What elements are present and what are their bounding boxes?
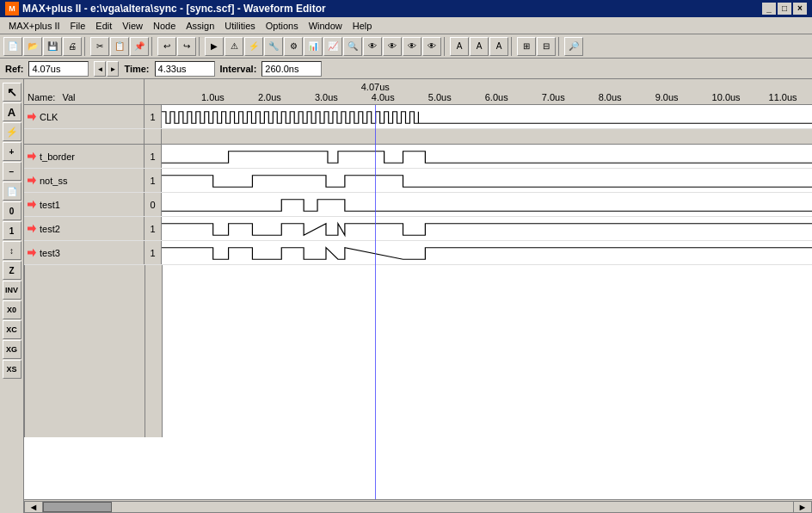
undo-button[interactable]: ↩	[157, 37, 176, 56]
ref-prev[interactable]: ◄	[94, 61, 106, 77]
time-label: Time:	[124, 64, 149, 74]
tb10[interactable]: 🔍	[343, 37, 362, 56]
tick-5.0us: 5.0us	[428, 92, 452, 102]
tb3[interactable]: ▶	[205, 37, 224, 56]
menu-window[interactable]: Window	[304, 19, 348, 33]
node-tool[interactable]: ⚡	[3, 122, 22, 141]
signal-arrow-clk	[28, 113, 36, 121]
z-tool[interactable]: Z	[3, 261, 22, 280]
zero-tool[interactable]: 0	[3, 201, 22, 220]
text-tool[interactable]: A	[3, 102, 22, 121]
signal-label-notss: not_ss	[40, 176, 67, 186]
tb13[interactable]: 👁	[403, 37, 421, 56]
ref-next[interactable]: ►	[107, 61, 119, 77]
menu-options[interactable]: Options	[261, 19, 304, 33]
tb17[interactable]: A	[489, 37, 508, 56]
select-tool[interactable]: ↖	[3, 83, 22, 102]
close-button[interactable]: ×	[793, 3, 807, 15]
cut-button[interactable]: ✂	[90, 37, 109, 56]
doc-tool[interactable]: 📄	[3, 182, 22, 201]
ref-bar: Ref: ◄ ► Time: Interval:	[0, 59, 812, 79]
menu-help[interactable]: Help	[348, 19, 378, 33]
zoom-in-tool[interactable]: +	[3, 142, 22, 161]
signal-value-test3: 1	[145, 241, 162, 264]
menu-view[interactable]: View	[117, 19, 148, 33]
interval-input[interactable]	[261, 61, 322, 77]
signal-row-clk: CLK 1	[24, 105, 812, 129]
scroll-track[interactable]	[43, 501, 793, 513]
ref-input[interactable]	[28, 61, 89, 77]
copy-button[interactable]: 📋	[110, 37, 129, 56]
ruler-ticks[interactable]: 4.07us 1.0us2.0us3.0us4.0us5.0us6.0us7.0…	[145, 79, 812, 104]
menu-bar: MAX+plus II File Edit View Node Assign U…	[0, 17, 812, 34]
scroll-thumb[interactable]	[43, 502, 112, 512]
tb7[interactable]: ⚙	[284, 37, 303, 56]
print-button[interactable]: 🖨	[63, 37, 82, 56]
signal-value-test1: 0	[145, 193, 162, 216]
tb14[interactable]: 👁	[422, 37, 441, 56]
xs-tool[interactable]: XS	[3, 360, 22, 379]
tb19[interactable]: ⊟	[537, 37, 556, 56]
signal-name-notss: not_ss	[24, 169, 145, 192]
tick-7.0us: 7.0us	[542, 92, 565, 102]
zoom-out-tool[interactable]: −	[3, 162, 22, 181]
maximize-button[interactable]: □	[778, 3, 791, 15]
tb9[interactable]: 📈	[323, 37, 342, 56]
tb8[interactable]: 📊	[304, 37, 323, 56]
minimize-button[interactable]: _	[762, 3, 776, 15]
one-tool[interactable]: 1	[3, 221, 22, 240]
open-button[interactable]: 📂	[23, 37, 42, 56]
signal-waveform-tborder[interactable]	[162, 145, 812, 168]
time-input[interactable]	[155, 61, 215, 77]
menu-edit[interactable]: Edit	[90, 19, 117, 33]
signal-waveform-notss[interactable]	[162, 169, 812, 192]
h-scrollbar[interactable]: ◄ ►	[24, 499, 812, 513]
tb5[interactable]: ⚡	[244, 37, 263, 56]
tb18[interactable]: ⊞	[517, 37, 536, 56]
signal-label-test2: test2	[40, 224, 60, 234]
menu-node[interactable]: Node	[148, 19, 181, 33]
signal-label-tborder: t_border	[40, 151, 75, 162]
tb11[interactable]: 👁	[363, 37, 382, 56]
tb15[interactable]: A	[450, 37, 469, 56]
signal-name-clk: CLK	[24, 105, 145, 128]
inv-tool[interactable]: INV	[3, 281, 22, 300]
xc-tool[interactable]: XC	[3, 320, 22, 339]
menu-utilities[interactable]: Utilities	[219, 19, 260, 33]
tb20[interactable]: 🔎	[564, 37, 583, 56]
signal-waveform-test2[interactable]	[162, 217, 812, 240]
scroll-left-btn[interactable]: ◄	[24, 501, 43, 513]
signal-arrow-tborder	[28, 152, 36, 161]
xg-tool[interactable]: XG	[3, 340, 22, 359]
redo-button[interactable]: ↪	[177, 37, 196, 56]
window-controls: _ □ ×	[762, 3, 807, 15]
ref-arrows: ◄ ►	[94, 61, 119, 77]
menu-maxplus[interactable]: MAX+plus II	[3, 19, 65, 33]
updown-tool[interactable]: ↕	[3, 241, 22, 260]
tick-2.0us: 2.0us	[258, 92, 281, 102]
sep3	[199, 37, 202, 56]
x0-tool[interactable]: X0	[3, 300, 22, 319]
signal-waveform-test3[interactable]	[162, 241, 812, 264]
signal-waveform-clk[interactable]	[162, 105, 812, 128]
cursor-time-label: 4.07us	[361, 82, 390, 92]
new-button[interactable]: 📄	[3, 37, 22, 56]
scroll-right-btn[interactable]: ►	[793, 501, 812, 513]
signal-waveform-test1[interactable]	[162, 193, 812, 216]
save-button[interactable]: 💾	[43, 37, 62, 56]
signal-row-test3: test3 1	[24, 241, 812, 265]
sep2	[151, 37, 155, 56]
tick-10.0us: 10.0us	[712, 92, 741, 102]
tb16[interactable]: A	[470, 37, 489, 56]
menu-file[interactable]: File	[65, 19, 91, 33]
sep4	[444, 37, 447, 56]
tick-1.0us: 1.0us	[201, 92, 225, 102]
tick-3.0us: 3.0us	[315, 92, 338, 102]
tb4[interactable]: ⚠	[225, 37, 243, 56]
tb12[interactable]: 👁	[383, 37, 402, 56]
tb6[interactable]: 🔧	[264, 37, 283, 56]
interval-label: Interval:	[220, 64, 257, 74]
paste-button[interactable]: 📌	[130, 37, 149, 56]
tick-6.0us: 6.0us	[485, 92, 508, 102]
menu-assign[interactable]: Assign	[181, 19, 219, 33]
